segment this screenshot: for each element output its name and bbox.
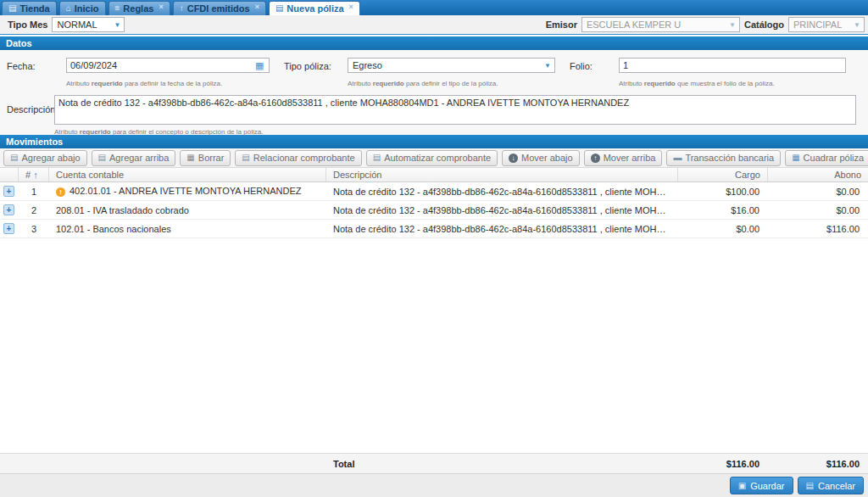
cuenta-column-header[interactable]: Cuenta contable [49, 168, 326, 181]
cuenta-cell: !402.01.01 - ANDREA IVETTE MONTOYA HERNA… [49, 186, 326, 197]
fecha-label: Fecha: [7, 61, 36, 71]
folio-input[interactable] [619, 58, 846, 73]
table-row[interactable]: +1!402.01.01 - ANDREA IVETTE MONTOYA HER… [0, 182, 868, 201]
abono-cell: $0.00 [768, 205, 868, 215]
folio-help: Atributo requerido que muestra el folio … [619, 80, 775, 87]
tipo-poliza-help: Atributo requerido para definir el tipo … [348, 80, 498, 87]
button-label: Automatizar comprobante [384, 153, 491, 163]
tab-nueva-p-liza[interactable]: ▤Nueva póliza× [269, 1, 360, 15]
guardar-button[interactable]: ▣ Guardar [730, 477, 793, 494]
descripcion-help: Atributo requerido para definir el conce… [54, 128, 263, 136]
button-label: Mover abajo [521, 153, 573, 163]
button-label: Mover arriba [604, 153, 656, 163]
catalogo-value: PRINCIPAL [793, 20, 842, 30]
transacción-bancaria-button[interactable]: ▬Transacción bancaria [666, 150, 781, 166]
chevron-down-icon: ▼ [114, 21, 121, 29]
expand-row-icon[interactable]: + [3, 186, 14, 197]
add-above-icon: ▤ [98, 154, 106, 162]
bank-icon: ▬ [673, 154, 682, 162]
calendar-icon[interactable]: ▦ [255, 60, 264, 71]
movimientos-panel-header: Movimientos [0, 135, 868, 148]
mover-abajo-button[interactable]: ↓Mover abajo [502, 150, 580, 166]
button-label: Agregar abajo [21, 153, 80, 163]
trash-icon: ▦ [186, 154, 194, 162]
cuadrar-póliza-button[interactable]: ▦Cuadrar póliza [785, 150, 868, 166]
add-below-icon: ▤ [10, 154, 18, 162]
descripcion-cell: Nota de crédito 132 - a4f398bb-db86-462c… [326, 224, 678, 234]
move-up-icon: ↑ [591, 154, 600, 163]
tipo-mes-label: Tipo Mes [8, 20, 47, 30]
tab-bar: ▤Tienda⌂Inicio≡Reglas×↑CFDI emitidos×▤Nu… [0, 0, 868, 15]
catalogo-combo[interactable]: PRINCIPAL ▼ [788, 17, 865, 32]
descripcion-column-header[interactable]: Descripción [326, 168, 678, 181]
new-doc-icon: ▤ [275, 4, 283, 13]
table-row[interactable]: +2208.01 - IVA trasladado cobradoNota de… [0, 201, 868, 220]
tipo-poliza-combo[interactable]: Egreso ▼ [348, 58, 555, 73]
total-cargo: $116.00 [678, 459, 768, 469]
borrar-button[interactable]: ▦Borrar [180, 150, 231, 166]
descripcion-label: Descripción: [7, 104, 58, 114]
tab-inicio[interactable]: ⌂Inicio [59, 1, 106, 15]
cuenta-cell: 208.01 - IVA trasladado cobrado [49, 205, 326, 215]
mover-arriba-button[interactable]: ↑Mover arriba [584, 150, 663, 166]
tab-tienda[interactable]: ▤Tienda [2, 1, 57, 15]
cargo-cell: $100.00 [678, 187, 768, 197]
total-label: Total [326, 459, 678, 469]
sort-asc-icon: ↑ [33, 170, 38, 180]
button-label: Borrar [198, 153, 225, 163]
expand-row-icon[interactable]: + [3, 223, 14, 234]
button-label: Transacción bancaria [685, 153, 774, 163]
row-number: 2 [19, 205, 49, 215]
abono-column-header[interactable]: Abono [768, 168, 868, 181]
tab-label: CFDI emitidos [187, 3, 250, 14]
cargo-cell: $0.00 [678, 224, 768, 234]
chevron-down-icon: ▼ [544, 62, 551, 70]
agregar-abajo-button[interactable]: ▤Agregar abajo [3, 150, 87, 166]
descripcion-cell: Nota de crédito 132 - a4f398bb-db86-462c… [326, 205, 678, 215]
expand-row-icon[interactable]: + [3, 204, 14, 215]
tipo-mes-combo[interactable]: NORMAL ▼ [52, 17, 125, 32]
cancelar-button[interactable]: ▤ Cancelar [798, 477, 864, 494]
expander-column-header [0, 168, 19, 181]
footer-bar: ▣ Guardar ▤ Cancelar [0, 473, 868, 497]
tab-label: Nueva póliza [287, 3, 343, 14]
descripcion-textarea[interactable]: Nota de crédito 132 - a4f398bb-db86-462c… [54, 95, 856, 125]
emisor-combo[interactable]: ESCUELA KEMPER U ▼ [581, 17, 740, 32]
cargo-column-header[interactable]: Cargo [678, 168, 768, 181]
close-icon[interactable]: × [255, 3, 259, 11]
tab-cfdi-emitidos[interactable]: ↑CFDI emitidos× [173, 1, 266, 15]
abono-cell: $0.00 [768, 187, 868, 197]
row-number: 1 [19, 187, 49, 197]
relacionar-comprobante-button[interactable]: ▤Relacionar comprobante [235, 150, 361, 166]
grid-body: +1!402.01.01 - ANDREA IVETTE MONTOYA HER… [0, 182, 868, 238]
top-option-bar: Tipo Mes NORMAL ▼ Emisor ESCUELA KEMPER … [0, 15, 868, 35]
cuenta-cell: 102.01 - Bancos nacionales [49, 224, 326, 234]
emisor-value: ESCUELA KEMPER U [587, 20, 681, 30]
automatizar-comprobante-button[interactable]: ▤Automatizar comprobante [366, 150, 498, 166]
movimientos-toolbar: ▤Agregar abajo▤Agregar arriba▦Borrar▤Rel… [0, 148, 868, 168]
move-down-icon: ↓ [509, 154, 518, 163]
abono-cell: $116.00 [768, 224, 868, 234]
cargo-cell: $16.00 [678, 205, 768, 215]
table-row[interactable]: +3102.01 - Bancos nacionalesNota de créd… [0, 220, 868, 238]
upload-icon: ↑ [180, 4, 184, 13]
tab-label: Tienda [19, 3, 49, 14]
rules-icon: ≡ [115, 4, 120, 13]
fecha-input[interactable] [66, 58, 270, 73]
chevron-down-icon: ▼ [854, 21, 860, 29]
cancel-doc-icon: ▤ [806, 482, 814, 490]
emisor-label: Emisor [546, 20, 577, 30]
tipo-mes-value: NORMAL [57, 20, 97, 30]
total-abono: $116.00 [768, 459, 868, 469]
home-icon: ⌂ [66, 4, 71, 13]
agregar-arriba-button[interactable]: ▤Agregar arriba [92, 150, 176, 166]
button-label: Cuadrar póliza [804, 153, 865, 163]
tab-reglas[interactable]: ≡Reglas× [108, 1, 170, 15]
tab-label: Reglas [123, 3, 153, 14]
num-column-header[interactable]: # ↑ [19, 168, 49, 181]
close-icon[interactable]: × [349, 3, 353, 11]
datos-form: Fecha: ▦ Atributo requerido para definir… [0, 50, 868, 135]
close-icon[interactable]: × [159, 3, 163, 11]
button-label: Relacionar comprobante [253, 153, 355, 163]
movimientos-grid: # ↑ Cuenta contable Descripción Cargo Ab… [0, 168, 868, 473]
